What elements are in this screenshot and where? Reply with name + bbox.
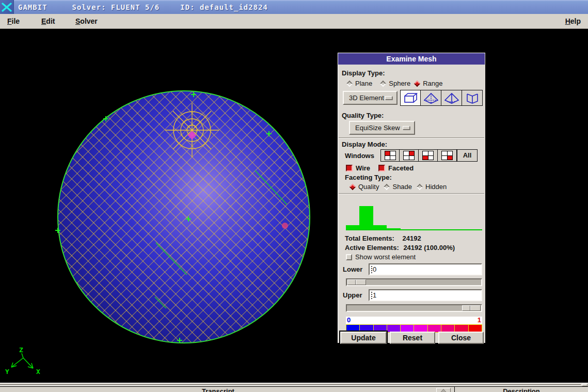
active-elements-value: 24192 (100.00%) <box>403 244 455 252</box>
dialog-title[interactable]: Examine Mesh <box>338 53 485 65</box>
menu-help[interactable]: Help <box>565 17 581 25</box>
hex-element-icon <box>402 91 419 105</box>
skew-spot <box>282 223 288 229</box>
show-worst-checkbox[interactable] <box>346 254 352 260</box>
display-mode-label: Display Mode: <box>342 140 387 148</box>
window-4-icon <box>441 151 453 160</box>
show-worst-label: Show worst element <box>355 253 416 261</box>
lower-slider-thumb[interactable] <box>347 279 366 285</box>
window-2-icon <box>403 151 415 160</box>
colorbar-max-label: 1 <box>478 316 481 324</box>
transcript-expand-button[interactable] <box>436 388 451 392</box>
text-caret <box>371 292 372 299</box>
element-type-dropdown[interactable]: 3D Element <box>343 91 398 105</box>
wedge-element-button[interactable] <box>462 90 483 106</box>
graphics-canvas[interactable]: Z Y X <box>0 29 588 383</box>
quality-radio-label: Quality <box>358 183 379 191</box>
upper-slider[interactable] <box>346 304 482 312</box>
sphere-mesh-grid <box>58 91 310 343</box>
range-radio-label: Range <box>423 80 442 87</box>
quality-type-label: Quality Type: <box>342 112 384 119</box>
option-menu-indicator-icon <box>385 96 392 100</box>
mesh-sphere-view: Z Y X <box>0 29 588 383</box>
description-label: Description <box>455 387 588 392</box>
window-3-icon <box>422 151 434 160</box>
quality-histogram-baseline <box>346 229 482 230</box>
tet-element-button[interactable] <box>421 90 441 106</box>
lower-label: Lower <box>343 265 362 273</box>
colorbar-labels: 0 1 <box>346 317 482 324</box>
sash-channel <box>0 384 581 386</box>
text-caret <box>371 266 372 273</box>
shade-radio[interactable] <box>384 183 390 190</box>
wire-checkbox[interactable] <box>346 165 353 171</box>
hidden-radio[interactable] <box>417 183 423 190</box>
sphere-radio-label: Sphere <box>389 80 410 87</box>
lower-slider[interactable] <box>346 278 482 286</box>
sphere-radio[interactable] <box>380 80 386 86</box>
upper-input[interactable]: 1 <box>369 289 482 301</box>
quality-histogram-bars <box>346 206 482 230</box>
faceted-label: Faceted <box>388 164 414 172</box>
menu-solver[interactable]: Solver <box>75 17 102 25</box>
option-menu-indicator-icon <box>403 126 410 130</box>
separator <box>339 193 484 194</box>
titlebar: GAMBIT Solver: FLUENT 5/6 ID: default_id… <box>0 0 588 14</box>
separator <box>339 137 484 138</box>
session-id-label: ID: default_id2824 <box>180 3 268 11</box>
pyramid-element-button[interactable] <box>441 90 462 106</box>
total-elements-value: 24192 <box>402 234 421 242</box>
display-type-label: Display Type: <box>342 69 385 77</box>
pyramid-element-icon <box>443 91 460 105</box>
active-elements-label: Active Elements: <box>345 244 399 252</box>
window-1-button[interactable] <box>380 149 400 162</box>
reset-button[interactable]: Reset <box>390 332 435 344</box>
axis-x-label: X <box>36 368 40 375</box>
all-windows-button[interactable]: All <box>457 149 478 162</box>
gambit-logo-icon <box>0 0 14 14</box>
menu-edit[interactable]: Edit <box>41 17 68 25</box>
window-3-button[interactable] <box>419 149 438 162</box>
shade-radio-label: Shade <box>392 183 412 191</box>
axis-triad: Z Y X <box>5 346 40 375</box>
range-radio[interactable] <box>414 80 420 86</box>
colorbar-min-label: 0 <box>347 316 351 324</box>
menu-file[interactable]: File <box>7 17 34 25</box>
solver-label: Solver: FLUENT 5/6 <box>72 3 160 11</box>
quality-radio[interactable] <box>349 183 356 190</box>
windows-label: Windows <box>345 152 374 160</box>
upper-input-value: 1 <box>373 291 376 299</box>
update-button[interactable]: Update <box>340 332 387 344</box>
menubar: File Edit Solver Help <box>0 14 588 29</box>
examine-mesh-dialog: Examine Mesh Display Type: Plane Sphere … <box>337 52 486 344</box>
lower-input[interactable]: 0 <box>369 263 482 275</box>
faceted-checkbox[interactable] <box>378 165 385 171</box>
lower-input-value: 0 <box>373 265 376 273</box>
upper-slider-thumb[interactable] <box>462 305 481 311</box>
window-resize-strip <box>0 383 588 386</box>
axis-y-label: Y <box>5 368 9 375</box>
quality-type-dropdown-value: EquiSize Skew <box>355 124 400 132</box>
mesh-pole-fan <box>165 103 219 157</box>
gambit-window: GAMBIT Solver: FLUENT 5/6 ID: default_id… <box>0 0 588 392</box>
statusbar: Transcript Description <box>0 386 588 392</box>
arrow-up-icon <box>440 389 447 392</box>
axis-z-label: Z <box>19 346 23 354</box>
hidden-radio-label: Hidden <box>425 183 447 191</box>
tet-element-icon <box>423 91 439 105</box>
quality-type-dropdown[interactable]: EquiSize Skew <box>349 121 415 135</box>
hex-element-button[interactable] <box>400 90 421 106</box>
element-type-dropdown-value: 3D Element <box>349 94 384 102</box>
upper-label: Upper <box>343 291 362 299</box>
wedge-element-icon <box>464 91 481 105</box>
window-4-button[interactable] <box>438 149 457 162</box>
app-title: GAMBIT <box>18 3 47 11</box>
plane-radio[interactable] <box>346 80 353 86</box>
wire-label: Wire <box>356 164 370 172</box>
transcript-label: Transcript <box>0 387 436 392</box>
window-2-button[interactable] <box>400 149 419 162</box>
faceting-type-label: Faceting Type: <box>345 174 392 181</box>
close-button[interactable]: Close <box>438 332 484 344</box>
total-elements-label: Total Elements: <box>345 234 394 242</box>
window-1-icon <box>385 151 396 160</box>
